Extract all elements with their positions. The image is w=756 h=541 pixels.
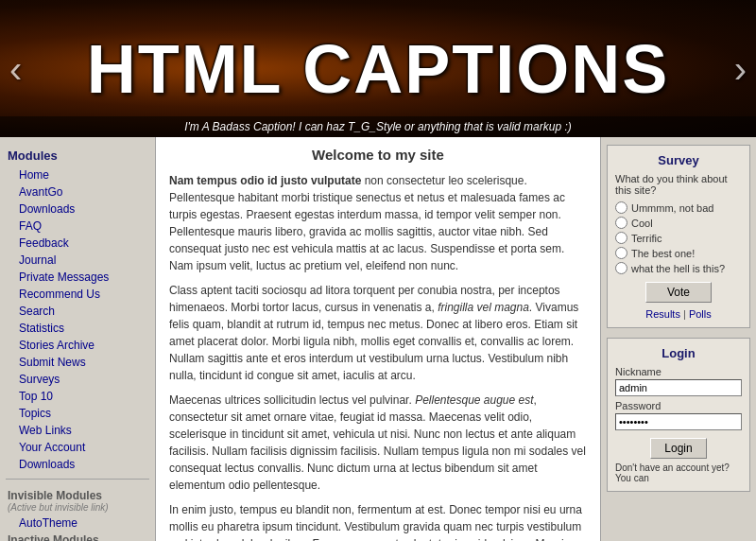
login-box: Login Nickname Password Login Don't have… bbox=[607, 338, 750, 492]
survey-radio-4[interactable] bbox=[615, 247, 627, 259]
brand-name: HTML CAPTIONS bbox=[87, 35, 670, 103]
sidebar-item-statistics[interactable]: Statistics bbox=[4, 320, 151, 337]
main-content: Welcome to my site Nam tempus odio id ju… bbox=[156, 137, 600, 541]
polls-link[interactable]: Polls bbox=[689, 308, 712, 320]
survey-radio-1[interactable] bbox=[615, 201, 627, 214]
survey-label-3: Terrific bbox=[631, 233, 662, 244]
survey-option-4[interactable]: The best one! bbox=[615, 247, 742, 259]
sidebar-item-surveys[interactable]: Surveys bbox=[4, 371, 151, 388]
nickname-input[interactable] bbox=[615, 379, 742, 396]
main-layout: Modules Home AvantGo Downloads FAQ Feedb… bbox=[0, 137, 756, 541]
sidebar-item-submit-news[interactable]: Submit News bbox=[4, 354, 151, 371]
sidebar-item-your-account[interactable]: Your Account bbox=[4, 439, 151, 456]
login-button[interactable]: Login bbox=[650, 438, 707, 459]
paragraph-2: Class aptent taciti sociosqu ad litora t… bbox=[169, 282, 587, 384]
survey-option-3[interactable]: Terrific bbox=[615, 232, 742, 244]
next-arrow[interactable]: › bbox=[734, 47, 747, 90]
prev-arrow[interactable]: ‹ bbox=[9, 47, 22, 90]
nickname-label: Nickname bbox=[615, 366, 742, 377]
sidebar-item-autotheme[interactable]: AutoTheme bbox=[4, 515, 151, 532]
login-title: Login bbox=[615, 346, 742, 360]
divider: | bbox=[683, 308, 686, 320]
survey-question: What do you think about this site? bbox=[615, 173, 742, 196]
sidebar-item-stories-archive[interactable]: Stories Archive bbox=[4, 337, 151, 354]
survey-option-2[interactable]: Cool bbox=[615, 217, 742, 229]
survey-radio-3[interactable] bbox=[615, 232, 627, 244]
survey-radio-5[interactable] bbox=[615, 262, 627, 274]
site-title: HTML CAPTIONS bbox=[87, 35, 670, 103]
paragraph-1-rest: non consectetur leo scelerisque. Pellent… bbox=[169, 174, 565, 272]
sidebar-item-avantgo[interactable]: AvantGo bbox=[4, 183, 151, 201]
sidebar-item-home[interactable]: Home bbox=[4, 166, 151, 183]
login-footer: Don't have an account yet? You can bbox=[615, 462, 742, 483]
survey-label-5: what the hell is this? bbox=[631, 263, 725, 274]
sidebar-item-recommend-us[interactable]: Recommend Us bbox=[4, 286, 151, 303]
survey-label-2: Cool bbox=[631, 218, 653, 229]
sidebar-item-top-10[interactable]: Top 10 bbox=[4, 388, 151, 405]
survey-label-1: Ummmm, not bad bbox=[631, 202, 713, 214]
sidebar-left: Modules Home AvantGo Downloads FAQ Feedb… bbox=[0, 137, 156, 541]
paragraph-1: Nam tempus odio id justo vulputate non c… bbox=[169, 172, 587, 274]
sidebar-item-search[interactable]: Search bbox=[4, 303, 151, 320]
results-link[interactable]: Results bbox=[645, 308, 680, 320]
survey-option-5[interactable]: what the hell is this? bbox=[615, 262, 742, 274]
no-account-text: Don't have an account yet? bbox=[615, 462, 730, 473]
sidebar-item-private-messages[interactable]: Private Messages bbox=[4, 269, 151, 286]
modules-title: Modules bbox=[4, 145, 151, 165]
sidebar-right: Survey What do you think about this site… bbox=[600, 137, 756, 541]
password-label: Password bbox=[615, 400, 742, 411]
sidebar-item-topics[interactable]: Topics bbox=[4, 405, 151, 422]
survey-label-4: The best one! bbox=[631, 248, 695, 259]
sidebar-divider bbox=[6, 479, 149, 480]
sidebar-item-journal[interactable]: Journal bbox=[4, 252, 151, 269]
italic-text-2: Pellentesque augue est bbox=[415, 393, 533, 407]
paragraph-4: In enim justo, tempus eu blandit non, fe… bbox=[169, 501, 587, 541]
you-can-text: You can bbox=[615, 473, 649, 483]
sidebar-item-faq[interactable]: FAQ bbox=[4, 218, 151, 235]
paragraph-1-bold: Nam tempus odio id justo vulputate bbox=[169, 174, 361, 187]
vote-button[interactable]: Vote bbox=[645, 282, 712, 303]
invisible-modules-subtitle: (Active but invisible link) bbox=[4, 502, 151, 515]
survey-title: Survey bbox=[615, 153, 742, 167]
sidebar-item-web-links[interactable]: Web Links bbox=[4, 422, 151, 439]
survey-radio-2[interactable] bbox=[615, 217, 627, 229]
paragraph-3: Maecenas ultrices sollicitudin lectus ve… bbox=[169, 392, 587, 494]
results-polls: Results | Polls bbox=[615, 308, 742, 320]
italic-text: fringilla vel magna bbox=[438, 301, 529, 314]
content-title: Welcome to my site bbox=[169, 147, 587, 163]
header: ‹ HTML CAPTIONS › I'm A Badass Caption! … bbox=[0, 0, 756, 137]
sidebar-item-downloads[interactable]: Downloads bbox=[4, 201, 151, 218]
invisible-modules-title: Invisible Modules bbox=[4, 485, 151, 502]
header-subtitle: I'm A Badass Caption! I can haz T_G_Styl… bbox=[0, 116, 756, 137]
sidebar-item-feedback[interactable]: Feedback bbox=[4, 235, 151, 252]
inactive-modules-title: Inactive Modules bbox=[4, 532, 151, 541]
survey-option-1[interactable]: Ummmm, not bad bbox=[615, 201, 742, 214]
survey-box: Survey What do you think about this site… bbox=[607, 145, 750, 328]
sidebar-item-downloads2[interactable]: Downloads bbox=[4, 456, 151, 473]
password-input[interactable] bbox=[615, 413, 742, 430]
